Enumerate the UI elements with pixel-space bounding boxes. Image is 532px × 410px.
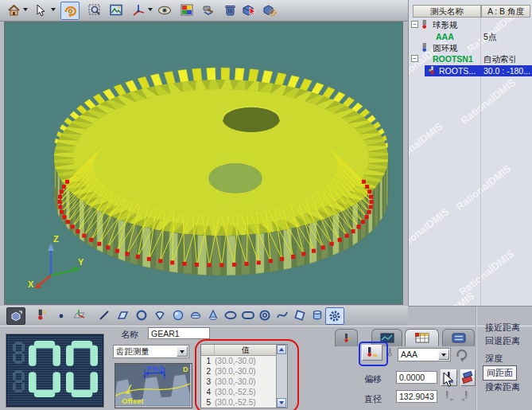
svg-text:X: X [28, 279, 34, 289]
dropdown-arrow-button[interactable] [177, 346, 188, 357]
axes-dropdown-arrow[interactable] [148, 8, 153, 11]
svg-text:Z: Z [53, 234, 59, 244]
curve-button[interactable] [274, 307, 291, 323]
value-list-header: 值 [201, 345, 277, 356]
probe-icon [421, 20, 430, 32]
capture-view-button[interactable] [107, 2, 125, 18]
rotate-view-button[interactable] [60, 2, 80, 20]
select-button[interactable] [32, 2, 49, 18]
probe-manager-button[interactable] [362, 345, 382, 361]
pick-point-button[interactable] [441, 369, 457, 386]
plane-button[interactable] [114, 307, 131, 323]
tab-graph[interactable] [371, 329, 402, 346]
home-dropdown-arrow[interactable] [23, 8, 28, 11]
select-arrow-icon [35, 4, 46, 17]
tree-row-sphere-gauge[interactable]: − 球形规 [409, 19, 532, 30]
edit-offset-button[interactable] [460, 369, 476, 386]
feature-name-input[interactable] [148, 327, 210, 339]
zoom-region-icon [88, 4, 102, 17]
application-window: ZYX RationalDMIS RationalDMIS RationalDM… [0, 0, 532, 410]
list-item[interactable]: 2(30.0,-30.0) [201, 366, 277, 377]
list-item[interactable]: 4(30.0,-52.5) [201, 387, 277, 397]
offset-input[interactable] [396, 371, 437, 384]
tree-row-probe-aaa[interactable]: AAA 5点 [409, 31, 532, 42]
dropdown-arrow-button[interactable] [438, 349, 449, 360]
tab-table[interactable] [405, 329, 439, 346]
3d-viewport[interactable]: ZYX [4, 21, 403, 305]
cube-gear-icon [262, 4, 277, 17]
scroll-down-button[interactable] [277, 398, 286, 408]
tree-header-probe-name[interactable]: 测头名称 [413, 5, 481, 18]
zoom-region-button[interactable] [86, 2, 103, 18]
plane-coordinate-button[interactable] [70, 307, 87, 323]
delete-button[interactable] [221, 2, 239, 18]
palette-icon [181, 4, 193, 16]
gear-button[interactable] [325, 307, 344, 325]
home-button[interactable] [5, 2, 22, 18]
slot-button[interactable] [239, 307, 257, 323]
offset-label: Offset [122, 396, 144, 405]
d-label: D [183, 365, 188, 373]
probe-button[interactable] [32, 307, 49, 323]
line-button[interactable] [95, 307, 113, 323]
color-settings-button[interactable] [178, 2, 196, 18]
tree-header-ab-angle[interactable]: A : B 角度 [481, 5, 530, 18]
torus-button[interactable] [256, 307, 274, 323]
list-scrollbar[interactable] [276, 345, 287, 408]
spacing-plane-button[interactable]: 间距面 [483, 365, 517, 381]
pick-cube-icon [242, 4, 256, 17]
render-tools-button[interactable] [200, 2, 217, 18]
scroll-up-button[interactable] [277, 345, 286, 354]
panel-divider [476, 307, 477, 410]
feature-toolbar [0, 306, 408, 326]
expander-minus-icon[interactable]: − [411, 55, 418, 62]
sphere-button[interactable] [169, 307, 187, 323]
list-item[interactable]: 1(30.0,-30.0) [201, 356, 277, 366]
point-button[interactable] [52, 307, 70, 323]
probe-tree-panel: RationalDMIS RationalDMIS RationalDMIS R… [408, 0, 532, 307]
method-dropdown[interactable]: 齿距测量 [113, 345, 189, 358]
probe-small-icon [428, 66, 437, 78]
tab-probe[interactable] [335, 329, 358, 346]
pitch-label: Pitch [147, 365, 165, 373]
rotate-icon [64, 5, 77, 18]
select-dropdown-arrow[interactable] [51, 8, 56, 11]
pitch-illustration: Pitch D Offset [115, 363, 192, 408]
axes-icon [132, 4, 146, 17]
cylinder-button[interactable] [309, 307, 326, 323]
search-distance-label: 搜索距离 [485, 381, 520, 393]
name-label: 名称 [121, 329, 138, 341]
expander-minus-icon[interactable]: − [411, 21, 418, 28]
coordinate-axes-button[interactable] [130, 2, 147, 18]
square-button[interactable] [291, 307, 309, 323]
tree-row-roots-selected[interactable]: ROOTS... 30.0 : -180... [409, 65, 532, 76]
view-toolbar [0, 0, 408, 21]
circle-button[interactable] [133, 307, 150, 323]
diameter-input[interactable] [396, 390, 437, 403]
svg-text:Y: Y [78, 257, 84, 267]
tree-row-rootsn1[interactable]: − ROOTSN1 自动索引 [409, 53, 532, 64]
seven-segment-digits [6, 334, 102, 405]
trash-icon [224, 4, 236, 17]
list-item[interactable]: 3(30.0,-30.0) [201, 377, 277, 387]
dome-button[interactable] [187, 307, 204, 323]
probe-dir-minus-button[interactable] [460, 390, 474, 405]
pick-solid-button[interactable] [240, 2, 258, 18]
active-probe-combo[interactable]: AAA [398, 348, 451, 361]
cone-button[interactable] [204, 307, 222, 323]
value-list[interactable]: 值 1(30.0,-30.0) 2(30.0,-30.0) 3(30.0,-30… [200, 344, 288, 408]
tree-row-ring-gauge[interactable]: 圆环规 [409, 42, 532, 53]
tab-solid[interactable] [442, 329, 475, 346]
measure-mode-button[interactable] [6, 307, 25, 325]
refresh-probe-button[interactable] [454, 347, 470, 364]
approach-distance-label: 接近距离 [485, 322, 520, 334]
arc-button[interactable] [151, 307, 169, 323]
list-item[interactable]: 5(30.0,-52.5) [201, 397, 277, 408]
ellipse-button[interactable] [222, 307, 239, 323]
image-icon [110, 4, 123, 17]
diameter-label: 直径 [364, 393, 382, 405]
view-options-button[interactable] [156, 2, 173, 18]
probe-dir-plus-button[interactable] [442, 390, 456, 405]
depth-label: 深度 [485, 353, 503, 365]
solid-settings-button[interactable] [261, 2, 278, 18]
